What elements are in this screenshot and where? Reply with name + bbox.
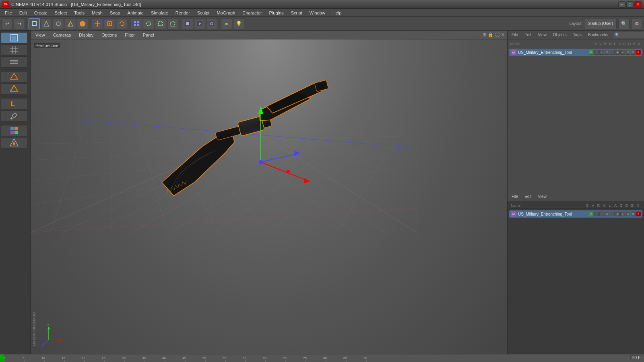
- spline-tool-button[interactable]: L: [1, 98, 27, 109]
- viewport-menu-filter[interactable]: Filter: [122, 32, 137, 38]
- obj-ctrl-l[interactable]: ↑: [610, 50, 615, 55]
- object-mode-button[interactable]: [29, 18, 40, 29]
- obj-ctrl-g[interactable]: ≡: [620, 50, 625, 55]
- layout-preset[interactable]: Startup (User): [584, 18, 617, 29]
- tags-menu[interactable]: Tags: [572, 32, 583, 38]
- menu-character[interactable]: Character: [239, 10, 265, 16]
- attr-ctrl-s[interactable]: ✓: [589, 212, 594, 216]
- model-mode-button[interactable]: [41, 18, 52, 29]
- live-selection-button[interactable]: [143, 18, 154, 29]
- undo-button[interactable]: ↩: [2, 18, 13, 29]
- svg-line-51: [31, 154, 417, 204]
- grid-tool-button[interactable]: [1, 44, 27, 56]
- viewport-menu-view[interactable]: View: [33, 32, 47, 38]
- viewport-expand-icon[interactable]: ⛶: [495, 32, 500, 37]
- menu-animate[interactable]: Animate: [124, 10, 147, 16]
- viewport-menu-display[interactable]: Display: [76, 32, 96, 38]
- select-all-button[interactable]: [131, 18, 142, 29]
- menu-snap[interactable]: Snap: [107, 10, 124, 16]
- attr-ctrl-e[interactable]: ⊕: [631, 212, 636, 216]
- menu-select[interactable]: Select: [52, 10, 70, 16]
- obj-ctrl-s[interactable]: ✓: [589, 50, 594, 55]
- axis-tool-button[interactable]: [1, 137, 27, 148]
- cube-tool-button[interactable]: [1, 32, 27, 43]
- attr-ctrl-g[interactable]: ≡: [620, 212, 625, 216]
- mesh-tool-button[interactable]: [1, 56, 27, 68]
- menu-script[interactable]: Script: [288, 10, 305, 16]
- objects-view-menu[interactable]: View: [536, 32, 548, 38]
- poly-selection-button[interactable]: [167, 18, 178, 29]
- pen-tool-button[interactable]: [1, 110, 27, 121]
- close-button[interactable]: ✕: [634, 1, 642, 8]
- attr-ctrl-l[interactable]: ↑: [610, 212, 615, 216]
- viewport-3d[interactable]: Perspective: [31, 39, 507, 354]
- viewport-menu-panel[interactable]: Panel: [140, 32, 157, 38]
- rect-selection-button[interactable]: [155, 18, 166, 29]
- svg-rect-42: [10, 131, 14, 134]
- vr-button[interactable]: ∞: [221, 18, 232, 29]
- svg-point-2: [56, 22, 60, 26]
- objects-file-menu[interactable]: File: [510, 32, 520, 38]
- attr-view-menu[interactable]: View: [536, 193, 548, 200]
- viewport-menu-options[interactable]: Options: [99, 32, 119, 38]
- menu-help[interactable]: Help: [329, 10, 345, 16]
- obj-ctrl-e[interactable]: ⊕: [631, 50, 636, 55]
- attr-edit-menu[interactable]: Edit: [523, 193, 533, 200]
- menu-render[interactable]: Render: [172, 10, 193, 16]
- attr-ctrl-m[interactable]: ⊞: [605, 212, 609, 216]
- menu-mograph[interactable]: MoGraph: [213, 10, 238, 16]
- obj-ctrl-d[interactable]: ⊟: [625, 50, 630, 55]
- svg-text:X: X: [63, 339, 65, 341]
- svg-line-66: [272, 132, 377, 232]
- move-tool-button[interactable]: [92, 18, 103, 29]
- bookmarks-menu[interactable]: Bookmarks: [586, 32, 610, 38]
- menu-simulate[interactable]: Simulate: [148, 10, 171, 16]
- menu-file[interactable]: File: [2, 10, 15, 16]
- viewport-menu-cameras[interactable]: Cameras: [51, 32, 74, 38]
- attr-col-r: R: [596, 204, 601, 208]
- point-tool-button[interactable]: [1, 71, 27, 82]
- viewport-close-icon[interactable]: ✕: [501, 32, 505, 37]
- menu-edit[interactable]: Edit: [16, 10, 30, 16]
- edge-mode-button[interactable]: [65, 18, 76, 29]
- obj-ctrl-x[interactable]: ✕: [636, 50, 641, 55]
- obj-ctrl-a[interactable]: ◈: [615, 50, 620, 55]
- polygon-mode-button[interactable]: [77, 18, 88, 29]
- menu-create[interactable]: Create: [31, 10, 51, 16]
- attr-ctrl-d[interactable]: ⊟: [625, 212, 630, 216]
- point-mode-button[interactable]: [53, 18, 64, 29]
- attr-ctrl-r[interactable]: ✓: [599, 212, 604, 216]
- attr-ctrl-a[interactable]: ◈: [615, 212, 620, 216]
- rotate-tool-button[interactable]: [116, 18, 127, 29]
- light-button[interactable]: 💡: [233, 18, 244, 29]
- menu-mesh[interactable]: Mesh: [89, 10, 106, 16]
- edge-tool-button[interactable]: [1, 83, 27, 95]
- search-input[interactable]: 🔍: [613, 32, 644, 38]
- texture-tool-button[interactable]: [1, 125, 27, 136]
- layout-search[interactable]: 🔍: [618, 18, 630, 29]
- attr-ctrl-x[interactable]: ✕: [636, 212, 641, 216]
- redo-button[interactable]: ↪: [14, 18, 25, 29]
- attr-file-menu[interactable]: File: [510, 193, 520, 200]
- obj-ctrl-r[interactable]: ✓: [599, 50, 604, 55]
- viewport-lock-icon[interactable]: 🔒: [488, 32, 493, 37]
- minimize-button[interactable]: ─: [618, 1, 625, 8]
- obj-ctrl-m[interactable]: ⊞: [605, 50, 609, 55]
- menu-tools[interactable]: Tools: [71, 10, 88, 16]
- attr-ctrl-v[interactable]: ○: [594, 212, 599, 216]
- menu-window[interactable]: Window: [306, 10, 328, 16]
- menu-plugins[interactable]: Plugins: [266, 10, 287, 16]
- objects-edit-menu[interactable]: Edit: [523, 32, 533, 38]
- timeline-playhead[interactable]: [0, 354, 4, 362]
- scale-tool-button[interactable]: [104, 18, 115, 29]
- objects-menu[interactable]: Objects: [551, 32, 568, 38]
- layout-menu[interactable]: ⚙: [631, 18, 642, 29]
- viewport-fit-icon[interactable]: ⊞: [483, 32, 486, 37]
- obj-ctrl-v[interactable]: ○: [594, 50, 599, 55]
- render-region-button[interactable]: [182, 18, 193, 29]
- render-view-button[interactable]: [194, 18, 205, 29]
- menu-sculpt[interactable]: Sculpt: [194, 10, 213, 16]
- timeline-ruler[interactable]: 0 5 10 15 20 25 30 35 40 45 50: [0, 354, 644, 362]
- render-settings-button[interactable]: [206, 18, 217, 29]
- maximize-button[interactable]: □: [626, 1, 634, 8]
